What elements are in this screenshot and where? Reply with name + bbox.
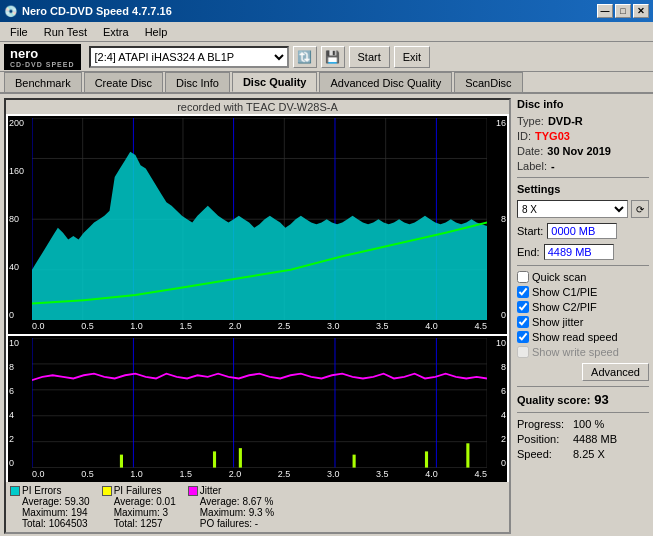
title-bar-controls: — □ ✕: [597, 4, 649, 18]
pi-errors-total-value: 1064503: [49, 518, 88, 529]
app-icon: 💿: [4, 5, 18, 18]
svg-rect-32: [425, 452, 428, 468]
show-jitter-checkbox[interactable]: [517, 316, 529, 328]
show-read-speed-row: Show read speed: [517, 331, 649, 343]
position-row: Position: 4488 MB: [517, 433, 649, 445]
pi-errors-max-label: Maximum:: [22, 507, 68, 518]
disc-id-value: TYG03: [535, 130, 570, 142]
show-write-speed-checkbox: [517, 346, 529, 358]
minimize-button[interactable]: —: [597, 4, 613, 18]
disc-id-row: ID: TYG03: [517, 130, 649, 142]
drive-select[interactable]: [2:4] ATAPI iHAS324 A BL1P: [89, 46, 289, 68]
speed-row: Speed: 8.25 X: [517, 448, 649, 460]
tab-create-disc[interactable]: Create Disc: [84, 72, 163, 92]
jitter-label: Jitter: [200, 485, 222, 496]
show-read-speed-checkbox[interactable]: [517, 331, 529, 343]
speed-label: Speed:: [517, 448, 569, 460]
disc-label-label: Label:: [517, 160, 547, 172]
end-field[interactable]: 4489 MB: [544, 244, 614, 260]
pi-errors-avg-label: Average:: [22, 496, 62, 507]
top-chart-svg: [32, 118, 487, 320]
menu-help[interactable]: Help: [139, 25, 174, 39]
tab-disc-quality[interactable]: Disc Quality: [232, 72, 318, 92]
disc-date-row: Date: 30 Nov 2019: [517, 145, 649, 157]
disc-type-row: Type: DVD-R: [517, 115, 649, 127]
disc-date-value: 30 Nov 2019: [547, 145, 611, 157]
title-bar: 💿 Nero CD-DVD Speed 4.7.7.16 — □ ✕: [0, 0, 653, 22]
refresh-button[interactable]: 🔃: [293, 46, 317, 68]
end-label: End:: [517, 246, 540, 258]
speed-select[interactable]: 8 X: [517, 200, 628, 218]
pi-errors-max-value: 194: [71, 507, 88, 518]
svg-marker-15: [32, 152, 487, 321]
quality-score-row: Quality score: 93: [517, 392, 649, 407]
divider-3: [517, 386, 649, 387]
progress-label: Progress:: [517, 418, 569, 430]
disc-id-label: ID:: [517, 130, 531, 142]
tab-benchmark[interactable]: Benchmark: [4, 72, 82, 92]
quick-scan-checkbox[interactable]: [517, 271, 529, 283]
maximize-button[interactable]: □: [615, 4, 631, 18]
quality-label: Quality score:: [517, 394, 590, 406]
speed-value: 8.25 X: [573, 448, 605, 460]
advanced-button[interactable]: Advanced: [582, 363, 649, 381]
toolbar: nero CD·DVD SPEED [2:4] ATAPI iHAS324 A …: [0, 42, 653, 72]
top-chart: 20016080400 1680: [8, 116, 507, 334]
show-c2-pif-row: Show C2/PIF: [517, 301, 649, 313]
legend-area: PI Errors Average: 59.30 Maximum: 194 To…: [6, 482, 509, 532]
disc-type-value: DVD-R: [548, 115, 583, 127]
svg-rect-29: [213, 452, 216, 468]
pi-failures-label: PI Failures: [114, 485, 162, 496]
svg-rect-30: [239, 449, 242, 468]
window-title: Nero CD-DVD Speed 4.7.7.16: [22, 5, 172, 17]
menu-run-test[interactable]: Run Test: [38, 25, 93, 39]
quality-value: 93: [594, 392, 608, 407]
disc-date-label: Date:: [517, 145, 543, 157]
tab-advanced-disc-quality[interactable]: Advanced Disc Quality: [319, 72, 452, 92]
disc-label-value: -: [551, 160, 555, 172]
show-c1-pie-row: Show C1/PIE: [517, 286, 649, 298]
right-panel: Disc info Type: DVD-R ID: TYG03 Date: 30…: [513, 94, 653, 536]
menu-file[interactable]: File: [4, 25, 34, 39]
divider-1: [517, 177, 649, 178]
quick-scan-row: Quick scan: [517, 271, 649, 283]
legend-pi-errors: PI Errors Average: 59.30 Maximum: 194 To…: [10, 485, 90, 529]
progress-value: 100 %: [573, 418, 604, 430]
legend-pi-failures: PI Failures Average: 0.01 Maximum: 3 Tot…: [102, 485, 176, 529]
show-write-speed-label: Show write speed: [532, 346, 619, 358]
pi-errors-color: [10, 486, 20, 496]
position-value: 4488 MB: [573, 433, 617, 445]
disc-type-label: Type:: [517, 115, 544, 127]
tab-scandisc[interactable]: ScanDisc: [454, 72, 522, 92]
start-button[interactable]: Start: [349, 46, 390, 68]
menu-bar: File Run Test Extra Help: [0, 22, 653, 42]
show-c2-pif-label: Show C2/PIF: [532, 301, 597, 313]
show-c1-pie-label: Show C1/PIE: [532, 286, 597, 298]
pi-failures-color: [102, 486, 112, 496]
quick-scan-label: Quick scan: [532, 271, 586, 283]
pi-errors-avg-value: 59.30: [65, 496, 90, 507]
bottom-chart: 1086420 1086420: [8, 336, 507, 482]
pi-errors-total-label: Total:: [22, 518, 46, 529]
tab-disc-info[interactable]: Disc Info: [165, 72, 230, 92]
tabs: Benchmark Create Disc Disc Info Disc Qua…: [0, 72, 653, 94]
title-bar-left: 💿 Nero CD-DVD Speed 4.7.7.16: [4, 5, 172, 18]
save-button[interactable]: 💾: [321, 46, 345, 68]
start-label: Start:: [517, 225, 543, 237]
show-write-speed-row: Show write speed: [517, 346, 649, 358]
settings-refresh-btn[interactable]: ⟳: [631, 200, 649, 218]
menu-extra[interactable]: Extra: [97, 25, 135, 39]
show-jitter-label: Show jitter: [532, 316, 583, 328]
close-button[interactable]: ✕: [633, 4, 649, 18]
app-logo: nero CD·DVD SPEED: [4, 44, 81, 70]
start-field[interactable]: 0000 MB: [547, 223, 617, 239]
progress-row: Progress: 100 %: [517, 418, 649, 430]
chart-area: recorded with TEAC DV-W28S-A 20016080400…: [4, 98, 511, 534]
legend-jitter: Jitter Average: 8.67 % Maximum: 9.3 % PO…: [188, 485, 274, 529]
main-content: recorded with TEAC DV-W28S-A 20016080400…: [0, 94, 653, 536]
bottom-chart-svg: [32, 338, 487, 468]
show-c2-pif-checkbox[interactable]: [517, 301, 529, 313]
disc-label-row: Label: -: [517, 160, 649, 172]
show-c1-pie-checkbox[interactable]: [517, 286, 529, 298]
exit-button[interactable]: Exit: [394, 46, 430, 68]
